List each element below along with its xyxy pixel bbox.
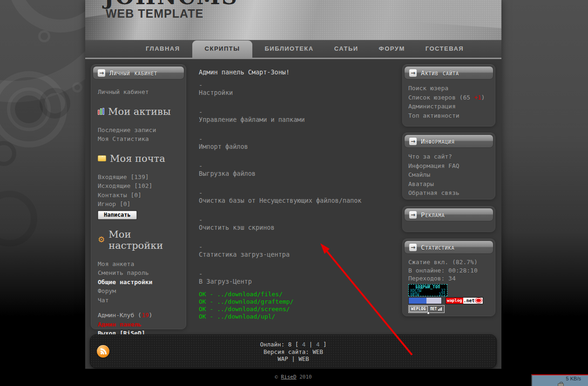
admin-menu-link-import[interactable]: Импорт файлов [199, 143, 399, 150]
bodry-hits-label: ХИТЫ [410, 293, 419, 297]
sidebar-link-feedback[interactable]: Обратная связь [408, 188, 489, 198]
dash: - [199, 243, 399, 251]
banner-bodry-top[interactable]: БОДРЫЙ_ТОП ХОСТЫ 32 ХИТЫ 375 [408, 284, 447, 296]
box-header-cabinet: → Личный кабинет [93, 66, 184, 80]
site-container: JOHNCMS WEB TEMPLATE ГЛАВНАЯ СКРИПТЫ БИБ… [85, 0, 501, 369]
sidebar-link-general-settings[interactable]: Общие настройки [98, 278, 179, 287]
box-header-label: Реклама [421, 211, 445, 219]
nav-tab-skripty[interactable]: СКРИПТЫ [192, 40, 253, 58]
banner-counter-blue[interactable] [408, 297, 442, 304]
nav-tab-glavnaya[interactable]: ГЛАВНАЯ [135, 45, 190, 58]
gear-icon: ⚙ [98, 236, 105, 243]
sidebar-link-password[interactable]: Сменить пароль [98, 268, 179, 278]
sidebar-link-cabinet[interactable]: Личный кабинет [98, 87, 179, 97]
admin-menu-link-cache-clean[interactable]: Очистить кэш скринов [199, 224, 399, 231]
main-nav: ГЛАВНАЯ СКРИПТЫ БИБЛИОТЕКА САТЬИ ФОРУМ Г… [85, 40, 501, 59]
user-list-new-count: +1 [474, 94, 481, 101]
sidebar-link-my-stats[interactable]: Моя Статистика [98, 134, 179, 144]
footer-text: Онлайн: 8 [ 4 | 4 ] Версия сайта: WEB WA… [90, 341, 496, 363]
online-suffix: ] [319, 341, 326, 348]
dash: - [199, 162, 399, 170]
ok-status-line: OK - ../download/screens/ [199, 306, 399, 313]
nav-tab-stati[interactable]: САТЬИ [324, 45, 369, 58]
sidebar-link-profile[interactable]: Моя анкета [98, 260, 179, 269]
sidebar-link-contacts[interactable]: Контакты [0] [98, 191, 179, 200]
arrow-icon: → [409, 244, 417, 251]
section-heading-label: Мои настройки [108, 229, 179, 251]
sidebar-link-outbox[interactable]: Исходящие [102] [98, 181, 179, 191]
admin-menu-link-db-clean[interactable]: Очистка базы от Несуществующих файлов/па… [199, 197, 399, 204]
sidebar-link-admin-panel[interactable]: Админ панель [98, 320, 179, 329]
admin-menu-link-stats[interactable]: Статистика загруз-центра [199, 251, 399, 258]
sidebar-link-inbox[interactable]: Входящие [139] [98, 173, 179, 182]
box-header-label: Личный кабинет [109, 69, 157, 77]
online-separator: | [305, 341, 316, 348]
background-circle [72, 82, 82, 93]
admin-menu-link-settings[interactable]: Настройки [199, 89, 399, 96]
sidebar-link-ignore[interactable]: Игнор [0] [98, 200, 179, 209]
ok-status-line: OK - ../download/upl/ [199, 313, 399, 320]
stat-online-time: В онлайне: 00:28:10 [408, 266, 489, 275]
site-header: JOHNCMS WEB TEMPLATE [85, 0, 501, 40]
briefcase-icon [558, 383, 564, 386]
weplog-label: WEPLOG [409, 306, 428, 312]
admin-menu-link-files[interactable]: Управление файлами и папками [199, 116, 399, 123]
waplog-badge-icon [475, 298, 482, 303]
stat-transitions: Переходов: 34 [408, 274, 489, 283]
nav-tab-biblioteka[interactable]: БИБЛИОТЕКА [254, 45, 324, 58]
copyright-link[interactable]: RiseD [281, 374, 297, 380]
background-circle [0, 141, 16, 166]
sidebar-link-faq[interactable]: Информация FAQ [408, 161, 489, 171]
weplog-net-label: ПЕТ [428, 307, 443, 311]
admin-menu-item: - Очистить кэш скринов [199, 216, 399, 231]
footer-switch-line[interactable]: WAP | WEB [90, 355, 496, 363]
dash: - [199, 108, 399, 116]
sidebar-link-top-activity[interactable]: Топ активности [408, 111, 489, 120]
copyright-symbol: © [275, 374, 281, 380]
ok-status-list: OK - ../download/files/ OK - ../download… [199, 291, 399, 320]
sidebar-link-admin-club[interactable]: Админ-Клуб (19) [98, 311, 179, 320]
box-site-active-body: Поиск юзера Список юзеров (65 +1) Админи… [403, 81, 495, 120]
site-footer: Онлайн: 8 [ 4 | 4 ] Версия сайта: WEB WA… [90, 334, 497, 368]
banner-weplog[interactable]: WEPLOG ПЕТ [408, 305, 445, 313]
sidebar-link-user-list[interactable]: Список юзеров (65 +1) [408, 93, 489, 102]
sidebar-link-smilies[interactable]: Смайлы [408, 170, 489, 180]
network-speed-widget: 5 KB/s [531, 374, 588, 386]
nav-tab-gostevaya[interactable]: ГОСТЕВАЯ [415, 45, 474, 58]
admin-menu-item: - Статистика загруз-центра [199, 243, 399, 258]
sidebar-link-avatars[interactable]: Аватары [408, 180, 489, 189]
nav-tab-forum[interactable]: ФОРУМ [369, 45, 415, 58]
counter-banners: БОДРЫЙ_ТОП ХОСТЫ 32 ХИТЫ 375 [408, 284, 489, 313]
bodry-hits-value: 375 [439, 293, 446, 297]
box-information-body: Что за сайт? Информация FAQ Смайлы Авата… [403, 149, 495, 198]
admin-menu-link-download-center[interactable]: В Загруз-Центр [199, 278, 399, 285]
box-header-label: Информация [421, 138, 455, 145]
copyright-year: 2010 [297, 374, 312, 380]
section-heading-settings: ⚙ Мои настройки [98, 229, 179, 251]
sidebar-link-chat[interactable]: Чат [98, 296, 179, 305]
left-sidebar-body: Личный кабинет Мои активы Последние запи… [91, 81, 186, 338]
write-message-button[interactable]: Написать [98, 211, 137, 220]
admin-menu-item: - Настройки [199, 81, 399, 96]
background-circle [38, 30, 50, 42]
banner-waplog[interactable]: waplog .net [446, 297, 483, 304]
sidebar-link-last-posts[interactable]: Последние записи [98, 126, 179, 135]
background-circle [15, 95, 43, 123]
admin-menu-item: - Управление файлами и папками [199, 108, 399, 123]
admin-menu-item: - Выгрузка файлов [199, 162, 399, 177]
box-header-label: Статистика [421, 244, 455, 251]
background-circle [40, 88, 70, 119]
admin-menu-item: - Импорт файлов [199, 135, 399, 150]
sidebar-link-user-search[interactable]: Поиск юзера [408, 84, 489, 93]
admin-menu-link-upload[interactable]: Выгрузка файлов [199, 170, 399, 177]
content-area: → Личный кабинет Личный кабинет Мои акти… [85, 59, 501, 334]
page: JOHNCMS WEB TEMPLATE ГЛАВНАЯ СКРИПТЫ БИБ… [0, 0, 588, 386]
box-header-ads: → Реклама [404, 208, 493, 221]
weplog-dot-icon [427, 312, 430, 314]
sidebar-link-forum[interactable]: Форум [98, 286, 179, 296]
box-header-activ: → Актив сайта [404, 66, 493, 80]
arrow-icon: → [409, 69, 417, 77]
box-site-active: → Актив сайта Поиск юзера Список юзеров … [402, 64, 495, 126]
sidebar-link-administration[interactable]: Администрация [408, 102, 489, 111]
sidebar-link-about[interactable]: Что за сайт? [408, 152, 489, 161]
